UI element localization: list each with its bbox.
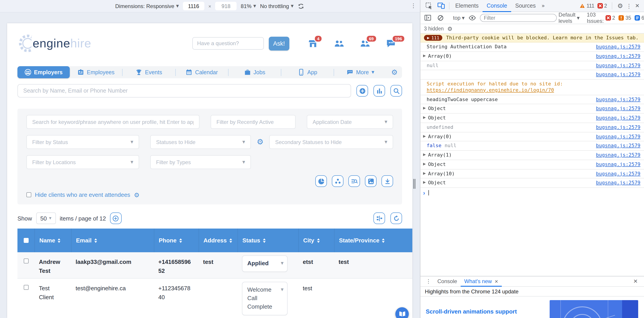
warning-issues-count[interactable]: 35	[619, 15, 631, 20]
download-button[interactable]	[382, 175, 393, 187]
ask-button[interactable]: Ask!	[268, 36, 289, 50]
column-header-status[interactable]: Status	[238, 228, 298, 252]
locations-filter-select[interactable]: Filter by Locations ▼	[26, 155, 139, 169]
log-levels-select[interactable]: Default levels ▼	[558, 12, 580, 24]
column-header-email[interactable]: Email	[71, 228, 154, 252]
nav-tab-employees[interactable]: Employees	[70, 66, 122, 78]
close-tab-icon[interactable]: ✕	[494, 279, 498, 284]
add-item-button[interactable]	[110, 212, 122, 224]
source-link[interactable]: bugsnag.js:2579	[590, 72, 640, 78]
question-input[interactable]	[192, 37, 264, 50]
sort-arrows-icon[interactable]	[317, 238, 320, 243]
expand-triangle-icon[interactable]: ▶	[423, 116, 426, 120]
more-tabs-icon[interactable]: »	[540, 3, 547, 9]
source-link[interactable]: bugsnag.js:2579	[590, 124, 640, 130]
source-link[interactable]: bugsnag.js:2579	[590, 115, 640, 121]
statuses-settings-gear-icon[interactable]: ⚙	[257, 138, 264, 146]
source-link[interactable]: bugsnag.js:2579	[590, 53, 640, 60]
inspect-element-icon[interactable]	[425, 2, 433, 10]
stats-button[interactable]	[374, 85, 385, 96]
status-select[interactable]: Applied▼	[242, 256, 288, 272]
source-link[interactable]: bugsnag.js:2579	[590, 152, 640, 158]
image-view-button[interactable]	[365, 175, 376, 187]
devtools-close-icon[interactable]: ✕	[635, 3, 640, 9]
dimensions-select[interactable]: Dimensions: Responsive ▼	[115, 3, 179, 9]
drawer-close-icon[interactable]: ✕	[633, 278, 641, 284]
source-link[interactable]: bugsnag.js:2579	[590, 143, 640, 149]
nav-settings-gear-icon[interactable]: ⚙	[386, 68, 402, 76]
secondary-statuses-select[interactable]: Secondary Statuses to Hide ▼	[270, 135, 393, 149]
storefront-button[interactable]: 4	[308, 38, 318, 48]
nav-tab-calendar[interactable]: Calendar	[176, 66, 228, 78]
device-toolbar-toggle-icon[interactable]	[438, 2, 445, 10]
tab-sources[interactable]: Sources	[511, 0, 540, 12]
live-expression-eye-icon[interactable]	[469, 15, 476, 20]
drawer-tab-console[interactable]: Console	[434, 276, 461, 286]
warnings-indicator[interactable]: 111	[580, 3, 594, 8]
column-settings-button[interactable]	[374, 212, 385, 224]
nav-tab-events[interactable]: Events	[122, 66, 175, 78]
statuses-to-hide-select[interactable]: Statuses to Hide ▼	[150, 135, 251, 149]
keyword-filter-input[interactable]: Search for keyword/phrase anywhere on us…	[26, 115, 200, 129]
advanced-search-button[interactable]	[348, 175, 360, 187]
clear-console-icon[interactable]	[438, 15, 444, 21]
nav-tab-employers[interactable]: Employers	[18, 66, 70, 78]
nav-tab-more[interactable]: More ▼	[334, 66, 387, 78]
nav-tab-app[interactable]: App	[281, 66, 334, 78]
cluster-view-button[interactable]	[332, 175, 344, 187]
console-filter-input[interactable]	[480, 14, 557, 22]
hidden-settings-gear-icon[interactable]: ⚙	[447, 25, 452, 32]
context-select[interactable]: top ▼	[453, 15, 465, 21]
row-checkbox[interactable]	[24, 285, 28, 290]
device-toolbar-menu-icon[interactable]: ⋮	[410, 2, 416, 9]
status-select[interactable]: Welcome Call Complete▼	[242, 282, 288, 315]
info-issues-count[interactable]: 66	[635, 15, 644, 20]
source-link[interactable]: bugsnag.js:2579	[590, 106, 640, 112]
status-filter-select[interactable]: Filter by Status ▼	[26, 135, 139, 149]
error-issues-count[interactable]: 2	[606, 15, 615, 20]
source-link[interactable]: bugsnag.js:2579	[590, 62, 640, 69]
column-header-state-province[interactable]: State/Province	[334, 228, 412, 252]
viewport-resize-handle[interactable]	[413, 179, 416, 189]
viewport-height-input[interactable]	[215, 2, 237, 10]
expand-triangle-icon[interactable]: ▶	[423, 152, 426, 157]
console-warn-link[interactable]: https://findingnanny.enginehire.io/login…	[427, 87, 554, 93]
expand-triangle-icon[interactable]: ▶	[423, 134, 426, 138]
viewport-width-input[interactable]	[183, 2, 204, 10]
devtools-menu-icon[interactable]: ⋮	[626, 2, 632, 9]
sort-arrows-icon[interactable]	[230, 238, 232, 243]
application-date-select[interactable]: Application Date ▼	[307, 115, 393, 129]
recently-active-filter-input[interactable]: Filter by Recently Active	[211, 115, 296, 129]
tab-console[interactable]: Console	[482, 0, 511, 12]
sort-arrows-icon[interactable]	[382, 238, 385, 243]
expand-triangle-icon[interactable]: ▶	[423, 162, 426, 166]
column-header-address[interactable]: Address	[198, 228, 238, 252]
console-prompt[interactable]: ›	[420, 188, 644, 198]
attendees-button[interactable]: 69	[360, 38, 370, 48]
add-client-button[interactable]	[356, 85, 368, 96]
feature-link[interactable]: Scroll-driven animations support	[426, 308, 517, 315]
errors-indicator[interactable]: 2	[598, 3, 607, 8]
types-filter-select[interactable]: Filter by Types ▼	[150, 155, 251, 169]
warning-count-badge[interactable]: ▶ 111	[424, 35, 442, 41]
hide-clients-gear-icon[interactable]: ⚙	[134, 192, 139, 198]
sort-arrows-icon[interactable]	[58, 238, 60, 243]
source-link[interactable]: bugsnag.js:2579	[590, 171, 640, 177]
column-header-phone[interactable]: Phone	[154, 228, 198, 252]
cookie-warning-banner[interactable]: ▶ 111 Third-party cookie will be blocked…	[420, 34, 644, 42]
source-link[interactable]: bugsnag.js:2579	[590, 96, 640, 103]
expand-triangle-icon[interactable]: ▶	[423, 54, 426, 58]
select-all-checkbox[interactable]	[24, 238, 28, 243]
devtools-settings-gear-icon[interactable]: ⚙	[618, 2, 623, 10]
search-button[interactable]	[390, 85, 402, 96]
refresh-button[interactable]	[390, 212, 402, 224]
source-link[interactable]: bugsnag.js:2579	[590, 44, 640, 50]
pie-chart-button[interactable]	[315, 175, 327, 187]
console-sidebar-icon[interactable]	[424, 15, 431, 21]
expand-triangle-icon[interactable]: ▶	[423, 180, 426, 185]
source-link[interactable]: bugsnag.js:2579	[590, 134, 640, 140]
tab-elements[interactable]: Elements	[451, 0, 482, 12]
nav-tab-jobs[interactable]: Jobs	[228, 66, 281, 78]
messages-button[interactable]: 196	[386, 38, 396, 48]
page-size-select[interactable]: 50 ▼	[36, 212, 56, 224]
